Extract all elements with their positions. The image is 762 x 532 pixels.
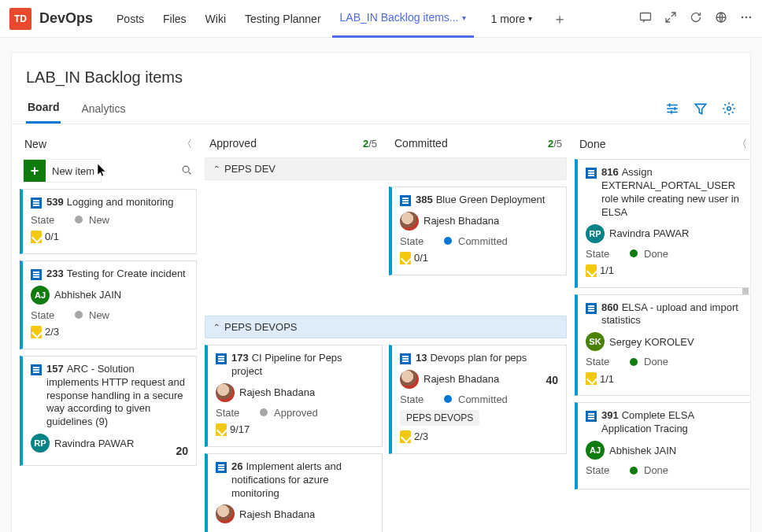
backlog-item-icon <box>586 303 597 314</box>
app-name: DevOps <box>39 10 93 27</box>
expand-icon[interactable] <box>664 11 677 26</box>
task-progress[interactable]: 1/1 <box>586 372 614 385</box>
state-value: New <box>89 214 109 226</box>
work-item-card[interactable]: 233Testing for Create incident AJAbhishe… <box>20 260 197 349</box>
tab-testing-planner[interactable]: Testing Planner <box>237 0 329 38</box>
tab-files[interactable]: Files <box>155 0 194 38</box>
team-avatar[interactable]: TD <box>9 8 31 30</box>
task-progress[interactable]: 0/1 <box>400 252 428 264</box>
backlog-item-icon <box>400 195 411 206</box>
task-progress[interactable]: 9/17 <box>216 423 250 436</box>
column-title: Approved <box>209 137 363 150</box>
avatar <box>400 212 419 231</box>
card-title: 539Logging and monitoring <box>46 196 174 209</box>
task-icon <box>586 264 597 277</box>
tab-posts[interactable]: Posts <box>109 0 152 38</box>
work-item-card[interactable]: 539Logging and monitoring StateNew 0/1 <box>20 189 197 254</box>
backlog-item-icon <box>31 198 42 209</box>
state-dot-icon <box>630 249 638 257</box>
work-item-card[interactable]: 385Blue Green Deployment Rajesh Bhadana … <box>389 187 567 275</box>
conversation-icon[interactable] <box>639 11 652 26</box>
card-title: 233Testing for Create incident <box>46 268 186 281</box>
work-item-card[interactable]: 26Implement alerts and notifications for… <box>205 453 383 532</box>
assignee-name: Sergey KOROLEV <box>609 336 694 348</box>
tag-pill[interactable]: PEPS DEVOPS <box>400 410 479 426</box>
svg-point-5 <box>727 107 731 111</box>
swimlane-header[interactable]: ⌃ PEPS DEV <box>205 157 567 180</box>
avatar: AJ <box>31 286 50 305</box>
card-title: 391Complete ELSA Application Tracing <box>601 409 743 436</box>
collapse-column-icon[interactable]: 〈 <box>182 137 192 151</box>
filter-icon[interactable] <box>694 102 708 118</box>
svg-point-2 <box>742 17 744 19</box>
card-title: 816Assign EXTERNAL_PORTAL_USER role whil… <box>601 166 743 220</box>
state-label: State <box>31 309 68 321</box>
lane-committed-dev[interactable]: 385Blue Green Deployment Rajesh Bhadana … <box>389 187 567 305</box>
tab-backlog-items[interactable]: LAB_IN Backlog items... ▾ <box>332 0 474 38</box>
task-progress[interactable]: 1/1 <box>586 264 614 277</box>
gear-icon[interactable] <box>722 102 736 118</box>
work-item-card[interactable]: 173CI Pipeline for Peps project Rajesh B… <box>205 345 383 447</box>
globe-icon[interactable] <box>715 11 727 26</box>
work-item-card[interactable]: 816Assign EXTERNAL_PORTAL_USER role whil… <box>575 159 750 288</box>
task-progress[interactable]: 2/3 <box>400 430 428 443</box>
card-title: 173CI Pipeline for Peps project <box>231 352 374 379</box>
work-item-card[interactable]: 860ELSA - upload and import statistics S… <box>575 294 750 397</box>
effort-value: 40 <box>546 374 558 386</box>
collapse-column-icon[interactable]: 〈 <box>737 137 747 151</box>
tab-more[interactable]: 1 more ▾ <box>483 0 541 38</box>
middle-columns: Approved 2/5 Committed 2/5 ⌃ PEPS DEV <box>205 132 567 532</box>
state-label: State <box>400 235 438 247</box>
more-tabs-label: 1 more <box>491 13 526 25</box>
effort-value: 20 <box>176 445 188 457</box>
chevron-up-icon: ⌃ <box>213 323 220 331</box>
state-label: State <box>216 407 253 419</box>
chevron-down-icon: ▾ <box>528 14 532 23</box>
column-new: New 〈 + New item 539Logging and monitori… <box>20 132 197 532</box>
more-options-icon[interactable] <box>740 11 753 26</box>
column-title: New <box>24 138 182 150</box>
search-icon[interactable] <box>181 164 197 178</box>
state-value: Committed <box>458 393 508 405</box>
tab-backlog-label: LAB_IN Backlog items... <box>340 11 459 24</box>
state-value: Committed <box>458 235 508 247</box>
assignee-name: Rajesh Bhadana <box>239 508 315 520</box>
refresh-icon[interactable] <box>690 11 702 26</box>
avatar: AJ <box>586 441 605 460</box>
task-progress[interactable]: 2/3 <box>31 326 59 338</box>
top-actions <box>639 11 753 26</box>
swimlane-title: PEPS DEVOPS <box>224 321 297 333</box>
board-page: LAB_IN Backlog items Board Analytics New… <box>11 52 751 532</box>
subtab-analytics[interactable]: Analytics <box>80 102 127 123</box>
lane-approved-dev[interactable] <box>205 187 383 305</box>
chevron-up-icon: ⌃ <box>213 164 220 173</box>
state-dot-icon <box>444 237 452 245</box>
board-options-icon[interactable] <box>665 102 679 118</box>
tab-wiki[interactable]: Wiki <box>198 0 234 38</box>
state-value: Done <box>644 356 668 368</box>
svg-point-4 <box>749 17 752 19</box>
backlog-item-icon <box>400 353 411 364</box>
column-done: Done 〈 816Assign EXTERNAL_PORTAL_USER ro… <box>575 132 750 532</box>
add-tab-button[interactable]: ＋ <box>553 9 567 28</box>
swimlane-header[interactable]: ⌃ PEPS DEVOPS <box>205 316 567 338</box>
subtab-board[interactable]: Board <box>26 101 61 124</box>
lane-approved-devops[interactable]: 173CI Pipeline for Peps project Rajesh B… <box>205 345 383 532</box>
backlog-item-icon <box>586 168 597 179</box>
state-label: State <box>586 464 623 476</box>
task-progress[interactable]: 0/1 <box>31 231 59 243</box>
lane-committed-devops[interactable]: 13Devops plan for peps Rajesh Bhadana 40… <box>389 345 567 532</box>
new-item-button[interactable]: + New item <box>23 159 102 183</box>
work-item-card[interactable]: 157ARC - Solution implements HTTP reques… <box>20 356 197 466</box>
state-dot-icon <box>75 311 83 319</box>
avatar <box>216 504 235 523</box>
task-icon <box>31 231 42 243</box>
column-title: Done <box>579 138 737 150</box>
state-dot-icon <box>260 408 268 416</box>
state-dot-icon <box>75 216 83 224</box>
work-item-card[interactable]: 13Devops plan for peps Rajesh Bhadana 40… <box>389 345 567 454</box>
state-label: State <box>400 393 438 405</box>
task-icon <box>216 423 227 436</box>
work-item-card[interactable]: 391Complete ELSA Application Tracing AJA… <box>575 402 750 490</box>
card-title: 26Implement alerts and notifications for… <box>231 460 374 501</box>
